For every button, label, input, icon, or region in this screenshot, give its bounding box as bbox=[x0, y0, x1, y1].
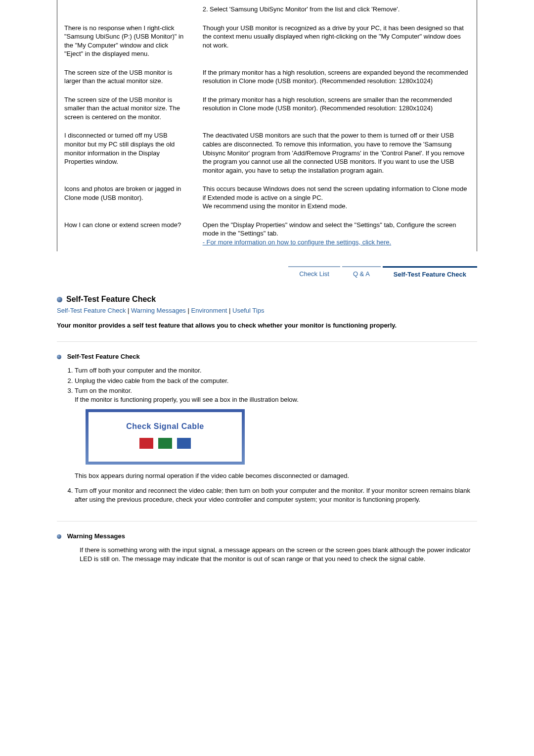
divider bbox=[57, 521, 477, 521]
steps-list: Turn off both your computer and the moni… bbox=[75, 366, 477, 504]
qa-answer: This occurs because Windows does not sen… bbox=[196, 180, 477, 216]
check-signal-inner: Check Signal Cable bbox=[89, 412, 242, 462]
step-text: Turn on the monitor. bbox=[75, 387, 132, 394]
qa-question: How I can clone or extend screen mode? bbox=[57, 216, 196, 252]
table-row: Icons and photos are broken or jagged in… bbox=[57, 180, 477, 216]
warning-messages-title: Warning Messages bbox=[67, 532, 125, 540]
nav-environment[interactable]: Environment bbox=[191, 307, 227, 314]
divider bbox=[57, 341, 477, 342]
qa-question: Icons and photos are broken or jagged in… bbox=[57, 180, 196, 216]
qa-question: There is no response when I right-click … bbox=[57, 19, 196, 63]
nav-self-test[interactable]: Self-Test Feature Check bbox=[57, 307, 126, 314]
nav-warning-messages[interactable]: Warning Messages bbox=[131, 307, 186, 314]
list-item: Turn on the monitor. If the monitor is f… bbox=[75, 386, 477, 480]
check-signal-text: Check Signal Cable bbox=[93, 421, 237, 432]
table-row: How I can clone or extend screen mode? O… bbox=[57, 216, 477, 252]
qa-answer: Open the "Display Properties" window and… bbox=[196, 216, 477, 252]
green-square-icon bbox=[158, 438, 172, 449]
list-item: Unplug the video cable from the back of … bbox=[75, 377, 477, 385]
sub-section-title-text: Self-Test Feature Check bbox=[67, 353, 140, 360]
anchor-nav: Self-Test Feature Check | Warning Messag… bbox=[57, 307, 477, 314]
qa-question: The screen size of the USB monitor is sm… bbox=[57, 91, 196, 127]
table-row: There is no response when I right-click … bbox=[57, 19, 477, 63]
tab-check-list[interactable]: Check List bbox=[288, 266, 340, 281]
step-extra: If the monitor is functioning properly, … bbox=[75, 396, 299, 403]
list-item: Turn off both your computer and the moni… bbox=[75, 366, 477, 375]
qa-answer: The deactivated USB monitors are such th… bbox=[196, 126, 477, 180]
check-signal-illustration: Check Signal Cable bbox=[86, 409, 245, 465]
sub-section-title: Warning Messages bbox=[57, 532, 477, 540]
qa-answer: 2. Select 'Samsung UbiSync Monitor' from… bbox=[196, 0, 477, 19]
section-tabs: Check List Q & A Self-Test Feature Check bbox=[57, 266, 477, 281]
bullet-icon bbox=[57, 355, 61, 359]
tab-self-test[interactable]: Self-Test Feature Check bbox=[383, 266, 477, 281]
table-row: 2. Select 'Samsung UbiSync Monitor' from… bbox=[57, 0, 477, 19]
sub-section-title: Self-Test Feature Check bbox=[57, 353, 477, 360]
table-row: I disconnected or turned off my USB moni… bbox=[57, 126, 477, 180]
qa-answer: If the primary monitor has a high resolu… bbox=[196, 91, 477, 127]
configure-settings-link[interactable]: - For more information on how to configu… bbox=[203, 238, 392, 246]
qa-question: I disconnected or turned off my USB moni… bbox=[57, 126, 196, 180]
qa-question bbox=[57, 0, 196, 19]
intro-text: Your monitor provides a self test featur… bbox=[57, 321, 477, 331]
blue-square-icon bbox=[177, 438, 191, 449]
warning-messages-body: If there is something wrong with the inp… bbox=[80, 546, 477, 564]
bullet-icon bbox=[57, 297, 62, 302]
after-box-text: This box appears during normal operation… bbox=[75, 472, 477, 480]
red-square-icon bbox=[139, 438, 153, 449]
section-title-text: Self-Test Feature Check bbox=[66, 295, 156, 304]
qa-table: 2. Select 'Samsung UbiSync Monitor' from… bbox=[57, 0, 477, 251]
qa-question: The screen size of the USB monitor is la… bbox=[57, 63, 196, 91]
qa-answer: If the primary monitor has a high resolu… bbox=[196, 63, 477, 91]
section-title: Self-Test Feature Check bbox=[57, 295, 477, 304]
table-row: The screen size of the USB monitor is la… bbox=[57, 63, 477, 91]
list-item: Turn off your monitor and reconnect the … bbox=[75, 486, 477, 504]
qa-answer: Though your USB monitor is recognized as… bbox=[196, 19, 477, 63]
nav-sep: | bbox=[188, 307, 191, 314]
nav-useful-tips[interactable]: Useful Tips bbox=[232, 307, 264, 314]
table-row: The screen size of the USB monitor is sm… bbox=[57, 91, 477, 127]
bullet-icon bbox=[57, 534, 61, 539]
tab-q-and-a[interactable]: Q & A bbox=[342, 266, 381, 281]
qa-answer-text: Open the "Display Properties" window and… bbox=[203, 221, 456, 237]
